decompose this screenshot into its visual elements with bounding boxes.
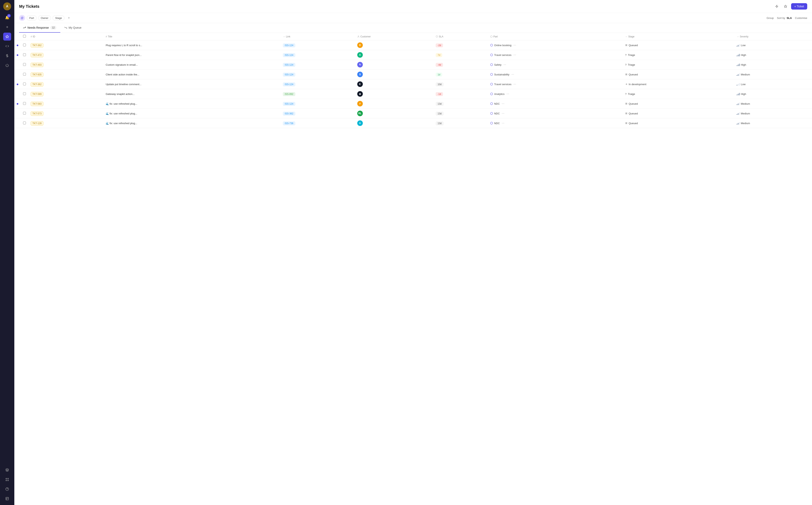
- customise-label[interactable]: Customise: [795, 16, 807, 19]
- sidebar-item-circles[interactable]: [3, 476, 11, 484]
- row-customer[interactable]: D: [355, 40, 433, 50]
- row-checkbox[interactable]: [23, 63, 26, 66]
- row-part[interactable]: NDC ···: [488, 118, 623, 128]
- row-stage[interactable]: In development: [623, 79, 735, 89]
- row-link[interactable]: ISS-124: [281, 70, 355, 79]
- row-ticket-id[interactable]: TKT-128: [28, 118, 103, 128]
- sidebar-item-assistant[interactable]: [3, 33, 11, 41]
- row-customer[interactable]: S: [355, 70, 433, 79]
- part-options-button[interactable]: ···: [511, 72, 515, 76]
- row-checkbox[interactable]: [23, 102, 26, 105]
- row-title[interactable]: Client side action inside the...: [103, 70, 281, 79]
- part-options-button[interactable]: ···: [501, 111, 505, 116]
- row-title[interactable]: Gateway snapkit action...: [103, 89, 281, 99]
- col-customer[interactable]: Customer: [355, 33, 433, 40]
- sidebar-item-help[interactable]: [3, 485, 11, 493]
- table-row[interactable]: TKT-493 Custom signature in email... ISS…: [14, 60, 812, 70]
- row-link[interactable]: ISS-124: [281, 50, 355, 60]
- row-title[interactable]: 🌊 fix: use refreshed plug...: [103, 99, 281, 109]
- col-part[interactable]: Part: [488, 33, 623, 40]
- row-title[interactable]: Plug requires L to R scroll to s...: [103, 40, 281, 50]
- row-customer[interactable]: K: [355, 79, 433, 89]
- row-ticket-id[interactable]: TKT-935: [28, 70, 103, 79]
- col-link[interactable]: → Link: [281, 33, 355, 40]
- row-part[interactable]: Travel services ···: [488, 79, 623, 89]
- row-customer[interactable]: A: [355, 50, 433, 60]
- table-row[interactable]: TKT-935 Client side action inside the...…: [14, 70, 812, 79]
- row-part[interactable]: Sustainability ···: [488, 70, 623, 79]
- row-stage[interactable]: ? Triage: [623, 50, 735, 60]
- sidebar-item-deploy[interactable]: [3, 466, 11, 474]
- row-part[interactable]: NDC ···: [488, 109, 623, 118]
- row-title[interactable]: 🌊 fix: use refreshed plug...: [103, 109, 281, 118]
- col-title[interactable]: # Title: [103, 33, 281, 40]
- part-options-button[interactable]: ···: [513, 82, 517, 87]
- sidebar-item-code[interactable]: [3, 42, 11, 50]
- row-ticket-id[interactable]: TKT-573: [28, 109, 103, 118]
- row-stage[interactable]: Queued: [623, 109, 735, 118]
- row-title[interactable]: 🌊 fix: use refreshed plug...: [103, 118, 281, 128]
- filter-part[interactable]: Part: [27, 15, 37, 20]
- row-stage[interactable]: Queued: [623, 70, 735, 79]
- sidebar-item-add[interactable]: +: [3, 23, 11, 31]
- sparkle-button[interactable]: [782, 3, 789, 10]
- select-all-checkbox[interactable]: [23, 35, 26, 38]
- row-checkbox[interactable]: [23, 92, 26, 95]
- group-label[interactable]: Group: [767, 16, 774, 19]
- tab-needs-response[interactable]: Needs Response 12: [19, 23, 60, 33]
- tab-my-queue[interactable]: My Queue: [60, 23, 86, 33]
- row-part[interactable]: Travel services ···: [488, 50, 623, 60]
- row-customer[interactable]: RL: [355, 109, 433, 118]
- row-checkbox[interactable]: [23, 73, 26, 75]
- row-part[interactable]: NDC ···: [488, 99, 623, 109]
- row-ticket-id[interactable]: TKT-362: [28, 40, 103, 50]
- row-customer[interactable]: A: [355, 118, 433, 128]
- row-link[interactable]: ISS-124: [281, 99, 355, 109]
- row-customer[interactable]: #: [355, 99, 433, 109]
- row-stage[interactable]: Queued: [623, 99, 735, 109]
- row-part[interactable]: Safety ···: [488, 60, 623, 70]
- col-stage[interactable]: → Stage: [623, 33, 735, 40]
- part-options-button[interactable]: ···: [503, 62, 507, 67]
- row-ticket-id[interactable]: TKT-362: [28, 79, 103, 89]
- row-link[interactable]: ISS-124: [281, 60, 355, 70]
- sidebar-item-notifications[interactable]: 🔔 8: [3, 14, 11, 21]
- row-ticket-id[interactable]: TKT-589: [28, 89, 103, 99]
- filter-add-button[interactable]: +: [66, 15, 71, 21]
- col-severity[interactable]: → Severity: [734, 33, 812, 40]
- new-ticket-button[interactable]: + Ticket: [791, 3, 807, 10]
- col-id[interactable]: # ID: [28, 33, 103, 40]
- row-stage[interactable]: Queued: [623, 40, 735, 50]
- avatar[interactable]: A: [3, 2, 11, 10]
- table-row[interactable]: TKT-472 Parent flow id for snapkit json.…: [14, 50, 812, 60]
- filter-stage[interactable]: Stage: [52, 15, 64, 20]
- lightning-button[interactable]: [774, 3, 780, 10]
- row-checkbox[interactable]: [23, 43, 26, 46]
- table-row[interactable]: TKT-589 Gateway snapkit action... ISS-89…: [14, 89, 812, 99]
- row-stage[interactable]: ? Traige: [623, 89, 735, 99]
- row-checkbox[interactable]: [23, 82, 26, 86]
- row-link[interactable]: ISS-736: [281, 118, 355, 128]
- row-customer[interactable]: ↻: [355, 60, 433, 70]
- table-row[interactable]: TKT-362 Update put timeline comment... I…: [14, 79, 812, 89]
- row-link[interactable]: ISS-362: [281, 109, 355, 118]
- table-row[interactable]: TKT-128 🌊 fix: use refreshed plug... ISS…: [14, 118, 812, 128]
- row-ticket-id[interactable]: TKT-583: [28, 99, 103, 109]
- row-title[interactable]: Update put timeline comment...: [103, 79, 281, 89]
- part-options-button[interactable]: ···: [501, 102, 505, 106]
- filter-owner[interactable]: Owner: [38, 15, 51, 20]
- row-title[interactable]: Parent flow id for snapkit json...: [103, 50, 281, 60]
- row-link[interactable]: ISS-124: [281, 79, 355, 89]
- row-part[interactable]: Online booking ···: [488, 40, 623, 50]
- col-sla[interactable]: SLA: [433, 33, 488, 40]
- row-title[interactable]: Custom signature in email...: [103, 60, 281, 70]
- sidebar-item-close[interactable]: [3, 61, 11, 69]
- row-checkbox[interactable]: [23, 53, 26, 56]
- sidebar-item-billing[interactable]: [3, 52, 11, 60]
- row-stage[interactable]: Queued: [623, 118, 735, 128]
- row-checkbox[interactable]: [23, 112, 26, 115]
- part-options-button[interactable]: ···: [501, 121, 505, 125]
- part-options-button[interactable]: ···: [513, 43, 517, 47]
- row-ticket-id[interactable]: TKT-493: [28, 60, 103, 70]
- row-customer[interactable]: ◈: [355, 89, 433, 99]
